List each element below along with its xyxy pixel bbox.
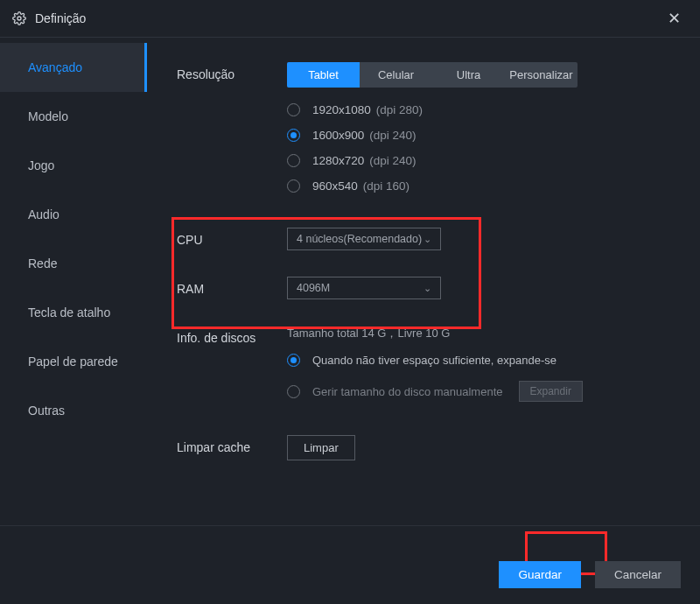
cache-label: Limpar cache <box>177 435 287 454</box>
resolution-option-1[interactable]: 1600x900 (dpi 240) <box>287 129 668 142</box>
svg-point-0 <box>18 17 21 20</box>
save-button[interactable]: Guardar <box>499 561 581 588</box>
disk-option-label: Gerir tamanho do disco manualmente <box>312 385 503 398</box>
resolution-option-dpi: (dpi 160) <box>363 179 410 193</box>
resolution-option-res: 1280x720 <box>312 154 364 167</box>
window-title: Definição <box>35 11 86 25</box>
disk-summary: Tamanho total 14 G，Livre 10 G <box>287 326 668 341</box>
resolution-tab-2[interactable]: Ultra <box>432 62 505 88</box>
sidebar-item-3[interactable]: Audio <box>0 190 147 239</box>
resolution-option-dpi: (dpi 240) <box>369 154 416 167</box>
radio-icon <box>287 154 300 167</box>
footer-separator <box>0 525 700 526</box>
disk-option-0[interactable]: Quando não tiver espaço suficiente, expa… <box>287 354 668 367</box>
sidebar: AvançadoModeloJogoAudioRedeTecla de atal… <box>0 38 147 604</box>
sidebar-item-6[interactable]: Papel de parede <box>0 337 147 386</box>
resolution-label: Resolução <box>177 62 287 81</box>
resolution-option-res: 960x540 <box>312 179 358 193</box>
radio-icon <box>287 385 300 398</box>
radio-icon <box>287 129 300 142</box>
sidebar-item-0[interactable]: Avançado <box>0 43 147 92</box>
chevron-down-icon: ⌄ <box>424 283 431 294</box>
sidebar-item-4[interactable]: Rede <box>0 239 147 288</box>
radio-icon <box>287 103 300 116</box>
ram-dropdown[interactable]: 4096M ⌄ <box>287 277 441 299</box>
gear-icon <box>12 11 26 25</box>
resolution-option-dpi: (dpi 240) <box>369 129 416 142</box>
resolution-option-2[interactable]: 1280x720 (dpi 240) <box>287 154 668 167</box>
cpu-value: 4 núcleos(Recomendado) <box>297 233 424 245</box>
sidebar-item-1[interactable]: Modelo <box>0 92 147 141</box>
disk-option-label: Quando não tiver espaço suficiente, expa… <box>312 354 556 367</box>
resolution-option-res: 1600x900 <box>312 129 364 142</box>
disk-option-1[interactable]: Gerir tamanho do disco manualmenteExpand… <box>287 381 668 402</box>
expand-button[interactable]: Expandir <box>519 381 583 402</box>
resolution-option-0[interactable]: 1920x1080 (dpi 280) <box>287 103 668 116</box>
disk-label: Info. de discos <box>177 326 287 345</box>
radio-icon <box>287 354 300 367</box>
resolution-option-3[interactable]: 960x540 (dpi 160) <box>287 179 668 193</box>
content-pane: Resolução TabletCelularUltraPersonalizar… <box>147 38 700 604</box>
disk-options: Quando não tiver espaço suficiente, expa… <box>287 354 668 402</box>
ram-label: RAM <box>177 277 287 296</box>
chevron-down-icon: ⌄ <box>424 234 431 245</box>
footer: Guardar Cancelar <box>499 561 681 588</box>
resolution-tabs: TabletCelularUltraPersonalizar <box>287 62 578 88</box>
sidebar-item-7[interactable]: Outras <box>0 386 147 435</box>
cancel-button[interactable]: Cancelar <box>595 561 681 588</box>
clear-cache-button[interactable]: Limpar <box>287 435 355 460</box>
resolution-tab-0[interactable]: Tablet <box>287 62 360 88</box>
ram-value: 4096M <box>297 282 424 294</box>
resolution-tab-3[interactable]: Personalizar <box>505 62 578 88</box>
radio-icon <box>287 179 300 193</box>
titlebar: Definição ✕ <box>0 0 700 37</box>
resolution-tab-1[interactable]: Celular <box>360 62 432 88</box>
cpu-label: CPU <box>177 228 287 247</box>
sidebar-item-5[interactable]: Tecla de atalho <box>0 288 147 337</box>
resolution-option-res: 1920x1080 <box>312 103 371 116</box>
resolution-options: 1920x1080 (dpi 280)1600x900 (dpi 240)128… <box>287 103 668 193</box>
cpu-dropdown[interactable]: 4 núcleos(Recomendado) ⌄ <box>287 228 441 250</box>
resolution-option-dpi: (dpi 280) <box>376 103 423 116</box>
close-icon[interactable]: ✕ <box>661 5 688 32</box>
sidebar-item-2[interactable]: Jogo <box>0 141 147 190</box>
